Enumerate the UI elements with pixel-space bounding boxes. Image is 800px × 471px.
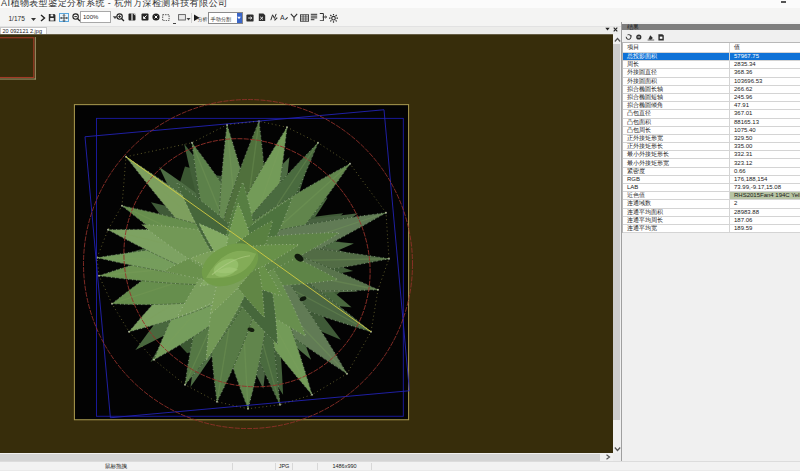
svg-text:A: A <box>280 14 285 21</box>
